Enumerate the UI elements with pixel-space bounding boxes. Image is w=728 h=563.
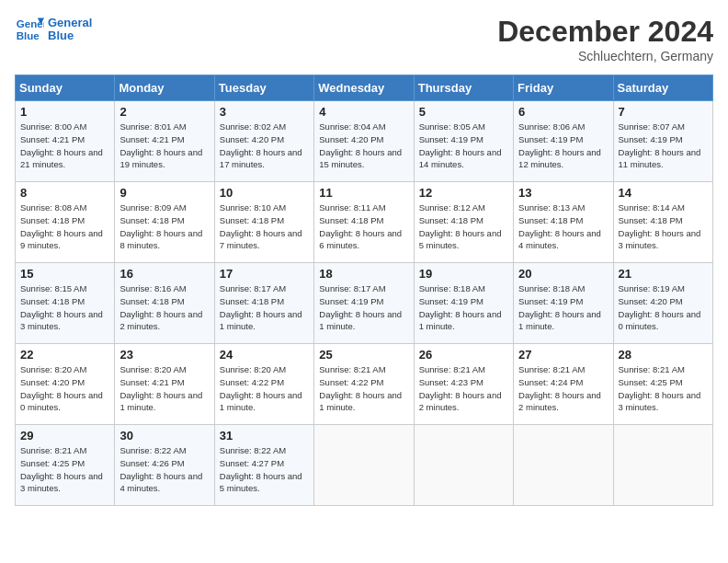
calendar-cell: 30Sunrise: 8:22 AMSunset: 4:26 PMDayligh… [115,425,214,506]
svg-text:Blue: Blue [17,30,40,41]
cell-info: Sunrise: 8:09 AMSunset: 4:18 PMDaylight:… [119,201,209,252]
day-number: 15 [20,267,109,281]
calendar-week-row: 22Sunrise: 8:20 AMSunset: 4:20 PMDayligh… [16,344,713,425]
cell-info: Sunrise: 8:11 AMSunset: 4:18 PMDaylight:… [319,201,408,252]
day-number: 28 [619,348,708,362]
calendar-cell: 1Sunrise: 8:00 AMSunset: 4:21 PMDaylight… [16,101,115,182]
cell-info: Sunrise: 8:16 AMSunset: 4:18 PMDaylight:… [119,282,209,333]
cell-info: Sunrise: 8:20 AMSunset: 4:21 PMDaylight:… [119,363,209,414]
cell-info: Sunrise: 8:22 AMSunset: 4:27 PMDaylight:… [220,444,309,495]
cell-info: Sunrise: 8:22 AMSunset: 4:26 PMDaylight:… [119,444,209,495]
cell-info: Sunrise: 8:13 AMSunset: 4:18 PMDaylight:… [518,201,608,252]
day-number: 2 [119,105,209,119]
cell-info: Sunrise: 8:07 AMSunset: 4:19 PMDaylight:… [619,121,708,171]
cell-info: Sunrise: 8:02 AMSunset: 4:20 PMDaylight:… [220,121,309,171]
calendar-cell: 13Sunrise: 8:13 AMSunset: 4:18 PMDayligh… [514,182,613,263]
month-title: December 2024 [497,15,713,49]
calendar-cell: 7Sunrise: 8:07 AMSunset: 4:19 PMDaylight… [613,101,712,182]
calendar-week-row: 29Sunrise: 8:21 AMSunset: 4:25 PMDayligh… [16,425,713,506]
cell-info: Sunrise: 8:20 AMSunset: 4:20 PMDaylight:… [20,363,109,414]
calendar-header-row: SundayMondayTuesdayWednesdayThursdayFrid… [16,75,713,101]
calendar-cell: 21Sunrise: 8:19 AMSunset: 4:20 PMDayligh… [613,263,712,344]
calendar-cell: 3Sunrise: 8:02 AMSunset: 4:20 PMDaylight… [214,101,313,182]
day-number: 9 [119,186,209,200]
day-number: 20 [518,267,608,281]
day-number: 5 [419,105,508,119]
calendar-table: SundayMondayTuesdayWednesdayThursdayFrid… [15,75,713,506]
calendar-cell: 24Sunrise: 8:20 AMSunset: 4:22 PMDayligh… [214,344,313,425]
day-number: 27 [518,348,608,362]
day-number: 21 [619,267,708,281]
cell-info: Sunrise: 8:21 AMSunset: 4:24 PMDaylight:… [518,363,608,414]
cell-info: Sunrise: 8:10 AMSunset: 4:18 PMDaylight:… [220,201,309,252]
logo: General Blue General Blue [15,15,92,44]
cell-info: Sunrise: 8:06 AMSunset: 4:19 PMDaylight:… [518,121,608,171]
cell-info: Sunrise: 8:17 AMSunset: 4:19 PMDaylight:… [319,282,408,333]
calendar-cell: 8Sunrise: 8:08 AMSunset: 4:18 PMDaylight… [16,182,115,263]
day-number: 29 [20,429,109,442]
calendar-day-header: Tuesday [214,75,313,101]
logo-line1: General [48,17,92,29]
calendar-day-header: Wednesday [314,75,414,101]
calendar-cell: 15Sunrise: 8:15 AMSunset: 4:18 PMDayligh… [16,263,115,344]
calendar-week-row: 15Sunrise: 8:15 AMSunset: 4:18 PMDayligh… [16,263,713,344]
calendar-cell: 20Sunrise: 8:18 AMSunset: 4:19 PMDayligh… [514,263,613,344]
calendar-cell: 5Sunrise: 8:05 AMSunset: 4:19 PMDaylight… [414,101,513,182]
cell-info: Sunrise: 8:21 AMSunset: 4:25 PMDaylight:… [619,363,708,414]
calendar-cell: 28Sunrise: 8:21 AMSunset: 4:25 PMDayligh… [613,344,712,425]
calendar-cell: 17Sunrise: 8:17 AMSunset: 4:18 PMDayligh… [214,263,313,344]
title-block: December 2024 Schluechtern, Germany [497,15,713,63]
day-number: 16 [119,267,209,281]
cell-info: Sunrise: 8:12 AMSunset: 4:18 PMDaylight:… [419,201,508,252]
calendar-cell: 11Sunrise: 8:11 AMSunset: 4:18 PMDayligh… [314,182,414,263]
calendar-cell: 26Sunrise: 8:21 AMSunset: 4:23 PMDayligh… [414,344,513,425]
cell-info: Sunrise: 8:05 AMSunset: 4:19 PMDaylight:… [419,121,508,171]
calendar-cell: 6Sunrise: 8:06 AMSunset: 4:19 PMDaylight… [514,101,613,182]
calendar-cell: 9Sunrise: 8:09 AMSunset: 4:18 PMDaylight… [115,182,214,263]
day-number: 12 [419,186,508,200]
calendar-cell: 16Sunrise: 8:16 AMSunset: 4:18 PMDayligh… [115,263,214,344]
day-number: 23 [119,348,209,362]
cell-info: Sunrise: 8:17 AMSunset: 4:18 PMDaylight:… [220,282,309,333]
calendar-day-header: Saturday [613,75,712,101]
calendar-cell [514,425,613,506]
calendar-cell: 14Sunrise: 8:14 AMSunset: 4:18 PMDayligh… [613,182,712,263]
day-number: 19 [419,267,508,281]
calendar-cell: 31Sunrise: 8:22 AMSunset: 4:27 PMDayligh… [214,425,313,506]
logo-line2: Blue [48,29,92,42]
calendar-cell: 2Sunrise: 8:01 AMSunset: 4:21 PMDaylight… [115,101,214,182]
calendar-cell: 22Sunrise: 8:20 AMSunset: 4:20 PMDayligh… [16,344,115,425]
day-number: 26 [419,348,508,362]
day-number: 3 [220,105,309,119]
calendar-cell: 4Sunrise: 8:04 AMSunset: 4:20 PMDaylight… [314,101,414,182]
day-number: 18 [319,267,408,281]
calendar-cell [613,425,712,506]
day-number: 1 [20,105,109,119]
calendar-cell: 27Sunrise: 8:21 AMSunset: 4:24 PMDayligh… [514,344,613,425]
day-number: 31 [220,429,309,442]
cell-info: Sunrise: 8:19 AMSunset: 4:20 PMDaylight:… [619,282,708,333]
day-number: 6 [518,105,608,119]
calendar-cell [314,425,414,506]
day-number: 14 [619,186,708,200]
cell-info: Sunrise: 8:20 AMSunset: 4:22 PMDaylight:… [220,363,309,414]
day-number: 8 [20,186,109,200]
cell-info: Sunrise: 8:18 AMSunset: 4:19 PMDaylight:… [518,282,608,333]
calendar-day-header: Friday [514,75,613,101]
cell-info: Sunrise: 8:00 AMSunset: 4:21 PMDaylight:… [20,121,109,171]
cell-info: Sunrise: 8:08 AMSunset: 4:18 PMDaylight:… [20,201,109,252]
calendar-cell: 25Sunrise: 8:21 AMSunset: 4:22 PMDayligh… [314,344,414,425]
cell-info: Sunrise: 8:01 AMSunset: 4:21 PMDaylight:… [119,121,209,171]
calendar-cell: 10Sunrise: 8:10 AMSunset: 4:18 PMDayligh… [214,182,313,263]
cell-info: Sunrise: 8:15 AMSunset: 4:18 PMDaylight:… [20,282,109,333]
location: Schluechtern, Germany [497,49,713,63]
calendar-cell: 12Sunrise: 8:12 AMSunset: 4:18 PMDayligh… [414,182,513,263]
calendar-cell: 23Sunrise: 8:20 AMSunset: 4:21 PMDayligh… [115,344,214,425]
cell-info: Sunrise: 8:21 AMSunset: 4:25 PMDaylight:… [20,444,109,495]
day-number: 17 [220,267,309,281]
day-number: 7 [619,105,708,119]
cell-info: Sunrise: 8:14 AMSunset: 4:18 PMDaylight:… [619,201,708,252]
calendar-cell: 19Sunrise: 8:18 AMSunset: 4:19 PMDayligh… [414,263,513,344]
day-number: 24 [220,348,309,362]
day-number: 10 [220,186,309,200]
